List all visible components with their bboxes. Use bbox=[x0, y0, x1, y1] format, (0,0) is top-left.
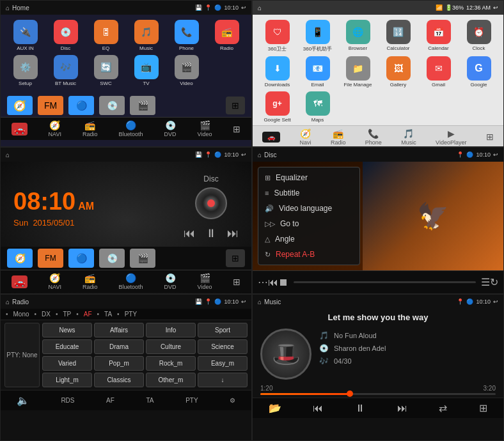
app-radio[interactable]: 📻 Radio bbox=[209, 20, 245, 51]
dvd-shortcut-3[interactable]: 💿 bbox=[99, 249, 125, 268]
navi-shortcut-3[interactable]: 🧭 bbox=[7, 249, 33, 268]
app-calendar[interactable]: 📅Calendar bbox=[420, 20, 457, 52]
nav-navi-2[interactable]: 🧭Navi bbox=[300, 128, 311, 146]
next-button-6[interactable]: ⏭ bbox=[397, 403, 407, 414]
pty-otherm[interactable]: Other_m bbox=[146, 373, 196, 387]
app-disc[interactable]: 💿 Disc bbox=[47, 20, 84, 51]
video-shortcut[interactable]: 🎬 bbox=[130, 96, 155, 115]
dvd-list-btn[interactable]: ☰ bbox=[481, 276, 490, 288]
app-music[interactable]: 🎵 Music bbox=[128, 20, 164, 51]
nav-bt-1[interactable]: 🔵Bluetooth bbox=[118, 120, 143, 137]
settings-button-5[interactable]: ⚙ bbox=[230, 397, 235, 404]
nav-navi-3[interactable]: 🧭NAVI bbox=[49, 273, 61, 290]
pty-culture[interactable]: Culture bbox=[146, 339, 196, 354]
radio-shortcut-3[interactable]: FM bbox=[38, 249, 63, 268]
app-gmail[interactable]: ✉Gmail bbox=[420, 56, 457, 88]
bt-shortcut[interactable]: 🔵 bbox=[68, 96, 94, 115]
app-video[interactable]: 🎬 Video bbox=[168, 55, 205, 86]
folder-button-6[interactable]: 📂 bbox=[269, 402, 281, 414]
grid-button-1[interactable]: ⊞ bbox=[226, 97, 245, 114]
app-downloads[interactable]: ⬇Downloads bbox=[259, 56, 295, 88]
navi-shortcut[interactable]: 🧭 bbox=[7, 96, 33, 115]
nav-grid-3[interactable]: ⊞ bbox=[233, 277, 240, 287]
app-360weishi[interactable]: 🛡360卫士 bbox=[259, 20, 295, 52]
ta-button[interactable]: TA bbox=[146, 397, 154, 404]
app-eq[interactable]: 🎛 EQ bbox=[88, 20, 124, 51]
dvd-shortcut[interactable]: 💿 bbox=[99, 96, 125, 115]
equalizer-button-6[interactable]: ⊞ bbox=[479, 402, 487, 414]
app-tv[interactable]: 📺 TV bbox=[128, 55, 164, 86]
nav-radio-2[interactable]: 📻Radio bbox=[331, 128, 346, 146]
pty-drama[interactable]: Drama bbox=[94, 339, 144, 354]
nav-video-1[interactable]: 🎬Video bbox=[198, 120, 212, 137]
menu-angle[interactable]: △ Angle bbox=[258, 231, 359, 247]
app-setup[interactable]: ⚙️ Setup bbox=[7, 55, 43, 86]
bt-shortcut-3[interactable]: 🔵 bbox=[68, 249, 94, 268]
pty-footer-button[interactable]: PTY bbox=[185, 397, 198, 404]
pause-button-6[interactable]: ⏸ bbox=[355, 403, 365, 414]
nav-videoplayer-2[interactable]: ▶VideoPlayer bbox=[436, 128, 466, 146]
app-email[interactable]: 📧Email bbox=[299, 56, 336, 88]
menu-equalizer[interactable]: ⊞ Equalizer bbox=[258, 170, 359, 185]
prev-button-3[interactable]: ⏮ bbox=[184, 227, 195, 240]
pty-scroll-down[interactable]: ↓ bbox=[198, 373, 248, 387]
menu-repeat-ab[interactable]: ↻ Repeat A-B bbox=[258, 247, 359, 262]
next-button-3[interactable]: ⏭ bbox=[227, 227, 239, 240]
pty-popm[interactable]: Pop_m bbox=[94, 356, 144, 371]
nav-grid-2[interactable]: ⊞ bbox=[486, 132, 494, 142]
app-phone[interactable]: 📞 Phone bbox=[168, 20, 205, 51]
nav-car-2[interactable]: 🚗 bbox=[262, 132, 280, 143]
dvd-menu-btn[interactable]: ⋯ bbox=[258, 276, 268, 288]
dvd-prev-btn[interactable]: ⏮ bbox=[268, 277, 278, 288]
pty-classics[interactable]: Classics bbox=[94, 373, 144, 387]
app-maps[interactable]: 🗺Maps bbox=[299, 91, 336, 123]
pty-easym[interactable]: Easy_m bbox=[198, 356, 248, 371]
af-button[interactable]: AF bbox=[106, 397, 114, 404]
app-gallery[interactable]: 🖼Gallery bbox=[380, 56, 416, 88]
pty-sport[interactable]: Sport bbox=[198, 323, 248, 337]
rds-button[interactable]: RDS bbox=[61, 397, 74, 404]
nav-car-1[interactable]: 🚗 bbox=[12, 123, 28, 135]
app-btmusic[interactable]: 🎶 BT Music bbox=[47, 55, 84, 86]
pty-lightm[interactable]: Light_m bbox=[42, 373, 92, 387]
video-shortcut-3[interactable]: 🎬 bbox=[130, 249, 155, 268]
nav-grid-1[interactable]: ⊞ bbox=[233, 124, 240, 134]
dvd-repeat-btn[interactable]: ↻ bbox=[490, 276, 498, 288]
app-360assistant[interactable]: 📱360手机助手 bbox=[299, 20, 336, 52]
menu-video-language[interactable]: 🔊 Video language bbox=[258, 201, 359, 216]
nav-music-2[interactable]: 🎵Music bbox=[401, 128, 416, 146]
app-google[interactable]: GGoogle bbox=[461, 56, 497, 88]
nav-dvd-3[interactable]: 💿DVD bbox=[164, 273, 177, 290]
pty-news[interactable]: News bbox=[42, 323, 92, 337]
pty-varied[interactable]: Varied bbox=[42, 356, 92, 371]
grid-button-3[interactable]: ⊞ bbox=[226, 249, 245, 267]
pty-affairs[interactable]: Affairs bbox=[94, 323, 144, 337]
app-aux-in[interactable]: 🔌 AUX IN bbox=[7, 20, 43, 51]
nav-radio-1[interactable]: 📻Radio bbox=[83, 120, 98, 137]
app-clock[interactable]: ⏰Clock bbox=[461, 20, 497, 52]
nav-navi-1[interactable]: 🧭NAVI bbox=[49, 120, 61, 137]
prev-button-6[interactable]: ⏮ bbox=[313, 403, 323, 414]
pty-educate[interactable]: Educate bbox=[42, 339, 92, 354]
nav-car-3[interactable]: 🚗 bbox=[12, 275, 28, 288]
nav-phone-2[interactable]: 📞Phone bbox=[365, 128, 382, 146]
menu-subtitle[interactable]: ≡ Subtitle bbox=[258, 185, 359, 201]
shuffle-button-6[interactable]: ⇄ bbox=[439, 402, 447, 414]
nav-bt-3[interactable]: 🔵Bluetooth bbox=[118, 273, 143, 290]
pty-rockm[interactable]: Rock_m bbox=[146, 356, 196, 371]
pause-button-3[interactable]: ⏸ bbox=[205, 227, 217, 240]
pty-info[interactable]: Info bbox=[146, 323, 196, 337]
nav-video-3[interactable]: 🎬Video bbox=[198, 273, 212, 290]
dvd-stop-btn[interactable]: ⏹ bbox=[278, 277, 288, 288]
nav-dvd-1[interactable]: 💿DVD bbox=[164, 120, 177, 137]
app-google-settings[interactable]: g+Google Sett bbox=[259, 91, 295, 123]
app-browser[interactable]: 🌐Browser bbox=[340, 20, 376, 52]
app-swc[interactable]: 🔄 SWC bbox=[88, 55, 124, 86]
app-filemanager[interactable]: 📁File Manage bbox=[340, 56, 376, 88]
radio-shortcut-fm[interactable]: FM bbox=[38, 96, 63, 115]
menu-goto[interactable]: ▷▷ Go to bbox=[258, 216, 359, 231]
app-calculator[interactable]: 🔢Calculator bbox=[380, 20, 416, 52]
music-progress-bar[interactable] bbox=[260, 393, 496, 395]
nav-radio-3[interactable]: 📻Radio bbox=[83, 273, 98, 290]
pty-science[interactable]: Science bbox=[198, 339, 248, 354]
